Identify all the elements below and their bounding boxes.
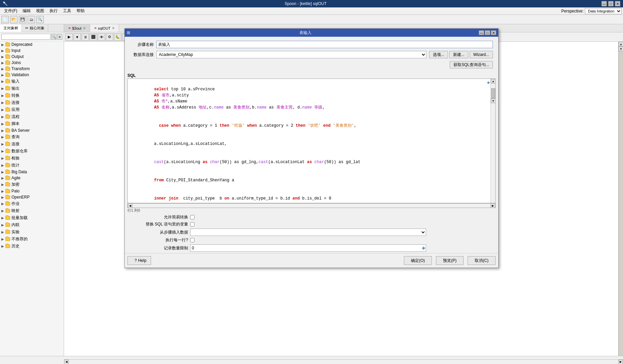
maximize-button[interactable]: □	[608, 1, 614, 6]
menu-tools[interactable]: 工具	[60, 7, 74, 14]
tree-item-encrypt[interactable]: ▶ 加密	[0, 181, 64, 188]
menu-help[interactable]: 帮助	[74, 7, 87, 14]
tree-item-connect-cn[interactable]: ▶ 连接	[0, 99, 64, 106]
scroll-right-arrow[interactable]: ▶	[618, 360, 623, 364]
sql-scroll-up[interactable]: ▲	[491, 79, 496, 84]
sql-hscroll-left[interactable]: ◀	[128, 203, 132, 208]
sql-editor[interactable]: select top 10 a.sProvince AS 省市,a.scity …	[127, 79, 496, 203]
new-file-button[interactable]: 📄	[1, 16, 9, 23]
dialog-maximize-button[interactable]: □	[485, 30, 490, 35]
minimize-button[interactable]: —	[601, 1, 607, 6]
tree-item-experiment[interactable]: ▶ 实验	[0, 229, 64, 236]
replace-sql-vars-checkbox[interactable]	[190, 222, 195, 226]
search-button[interactable]: 🔍	[51, 34, 57, 40]
sql-hscroll-right[interactable]: ▶	[491, 203, 495, 208]
tree-item-apply[interactable]: ▶ 应用	[0, 106, 64, 113]
sidebar-tab-core[interactable]: ✏ 核心对象	[22, 24, 48, 32]
tree-item-palo[interactable]: ▶ Palo	[0, 188, 64, 194]
rowcol-text: 行1 列0	[127, 208, 140, 212]
tree-item-bulk-load[interactable]: ▶ 批量加载	[0, 214, 64, 221]
tab-sqlout-close[interactable]: ✕	[112, 26, 115, 30]
save-button[interactable]: 💾	[19, 16, 26, 23]
tree-item-datawarehouse[interactable]: ▶ 数据仓库	[0, 148, 64, 155]
tree-item-stats[interactable]: ▶ 统计	[0, 162, 64, 169]
tree-item-check[interactable]: ▶ 检验	[0, 155, 64, 162]
ok-button[interactable]: 确定(O)	[404, 256, 432, 265]
run-button[interactable]: ▶	[65, 33, 73, 41]
tab-sqlout[interactable]: ✕ sqlOUT ✕	[90, 24, 119, 32]
run-dropdown-button[interactable]: ▼	[73, 33, 81, 41]
scroll-down-arrow[interactable]: ▼	[619, 47, 623, 51]
tree-item-deprecated[interactable]: ▶ Deprecated	[0, 41, 64, 48]
sidebar-search-input[interactable]	[1, 34, 51, 40]
tree-item-mapping[interactable]: ▶ 映射	[0, 207, 64, 214]
tree-label: 统计	[11, 162, 20, 168]
sql-scroll-down[interactable]: ▼	[491, 98, 496, 103]
tree-item-joins[interactable]: ▶ Joins	[0, 60, 64, 66]
tree-item-validation[interactable]: ▶ Validation	[0, 72, 64, 78]
tree-item-ba-server[interactable]: ▶ BA Server	[0, 127, 64, 133]
tab-s3out[interactable]: ✕ $3out ✕	[64, 24, 90, 32]
perspective-select[interactable]: Data Integration	[585, 8, 622, 14]
sidebar-tab-main-label: 主对象树	[3, 26, 18, 31]
tree-item-output-cn[interactable]: ▶ 输出	[0, 85, 64, 92]
tree-item-transform[interactable]: ▶ Transform	[0, 66, 64, 72]
search-expand-button[interactable]: ≡	[57, 34, 63, 40]
cancel-button[interactable]: 取消(C)	[468, 256, 496, 265]
tree-item-agile[interactable]: ▶ Agile	[0, 175, 64, 181]
sql-editor-vscroll[interactable]: ▲ ▼	[491, 79, 495, 203]
tree-item-output[interactable]: ▶ Output	[0, 54, 64, 60]
db-connection-select[interactable]: Academe_CityMap	[156, 51, 426, 58]
wizard-button[interactable]: Wizard...	[470, 51, 493, 58]
record-limit-input[interactable]	[190, 244, 426, 252]
preview-button-footer[interactable]: 预览(P)	[436, 256, 464, 265]
sql-hscroll[interactable]: ◀ ▶	[127, 203, 496, 208]
tree-item-openerp[interactable]: ▶ OpenERP	[0, 194, 64, 200]
tree-item-history[interactable]: ▶ 历史	[0, 243, 64, 250]
step-name-input[interactable]	[156, 41, 493, 48]
save-all-button[interactable]: 🗂	[28, 16, 35, 23]
scroll-left-arrow[interactable]: ◀	[64, 360, 69, 364]
tree-item-query[interactable]: ▶ 查询	[0, 133, 64, 141]
tree-item-deprecated-cn[interactable]: ▶ 不推荐的	[0, 236, 64, 243]
close-button[interactable]: ✕	[615, 1, 620, 6]
scroll-up-arrow[interactable]: ▲	[619, 42, 623, 47]
debug-button[interactable]: 🐛	[114, 33, 121, 41]
folder-icon	[5, 223, 10, 227]
tree-item-input-cn[interactable]: ▶ 输入	[0, 78, 64, 85]
preview-button[interactable]: 👁	[98, 33, 105, 41]
menu-edit[interactable]: 编辑	[20, 7, 33, 14]
explore-button[interactable]: 🔍	[36, 16, 44, 23]
open-button[interactable]: 📂	[10, 16, 18, 23]
tree-item-script[interactable]: ▶ 脚本	[0, 120, 64, 127]
bottom-scrollbar[interactable]: ◀ ▶	[64, 359, 623, 364]
execute-per-row-checkbox[interactable]	[190, 238, 195, 242]
tree-item-job[interactable]: ▶ 作业	[0, 200, 64, 207]
menu-run[interactable]: 执行	[47, 7, 60, 14]
menu-view[interactable]: 视图	[33, 7, 47, 14]
new-db-button[interactable]: 新建...	[449, 51, 468, 58]
tree-item-flow[interactable]: ▶ 流程	[0, 113, 64, 120]
insert-from-step-select[interactable]	[190, 229, 426, 236]
dialog-minimize-button[interactable]: —	[479, 30, 484, 35]
tree-item-bigdata[interactable]: ▶ Big Data	[0, 169, 64, 175]
help-button[interactable]: ? Help	[127, 256, 151, 265]
sidebar-tab-main[interactable]: 主对象树	[0, 24, 22, 32]
step-button[interactable]: ⚙	[106, 33, 113, 41]
sql-line-1: select top 10 a.sProvince AS 省市,a.scity …	[130, 80, 493, 117]
select-db-button[interactable]: 选项...	[429, 51, 448, 58]
get-sql-button[interactable]: 获取SQL查询语句...	[450, 61, 493, 68]
tree-item-input[interactable]: ▶ Input	[0, 48, 64, 54]
tree-item-convert-cn[interactable]: ▶ 转换	[0, 92, 64, 99]
sql-line-4: cast(a.sLocationLng as char(50)) as gd_l…	[130, 153, 493, 171]
menu-file[interactable]: 文件(F)	[1, 7, 20, 14]
allow-simple-convert-checkbox[interactable]	[190, 215, 195, 219]
sql-scroll-thumb[interactable]	[491, 88, 495, 98]
tree-item-link[interactable]: ▶ 连接	[0, 141, 64, 148]
stop-button[interactable]: ⬛	[90, 33, 97, 41]
pause-button[interactable]: ⏸	[82, 33, 89, 41]
canvas-vscroll[interactable]: ▲ ▼	[618, 42, 623, 356]
dialog-close-button[interactable]: ✕	[491, 30, 496, 35]
tree-item-inline[interactable]: ▶ 内联	[0, 221, 64, 229]
tab-s3out-close[interactable]: ✕	[83, 26, 86, 30]
